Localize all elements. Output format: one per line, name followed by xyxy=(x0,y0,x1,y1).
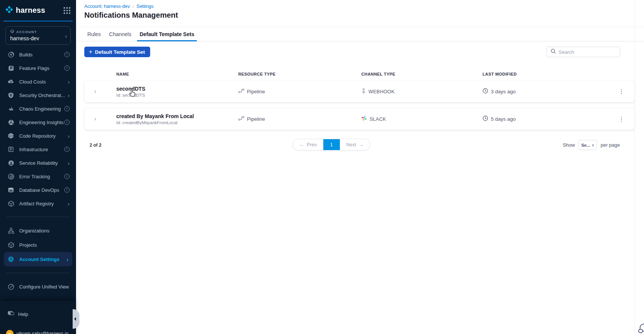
sidebar-item-feature-flags[interactable]: Feature Flags xyxy=(0,61,76,75)
sidebar-collapse-handle[interactable] xyxy=(73,309,79,329)
sidebar-item-label: Projects xyxy=(19,242,37,248)
table-row[interactable]: created By Mayank From Local Id: created… xyxy=(84,108,635,130)
webhook-icon xyxy=(361,88,366,95)
account-scope-card[interactable]: ACCOUNT harness-dev xyxy=(5,26,71,45)
template-sets-table: NAME RESOURCE TYPE CHANNEL TYPE LAST MOD… xyxy=(76,65,644,130)
info-icon xyxy=(64,147,70,152)
account-label: ACCOUNT xyxy=(16,30,37,34)
sidebar-item-artifact-registry[interactable]: Artifact Registry xyxy=(0,197,76,210)
resource-type-value: Pipeline xyxy=(247,89,265,94)
search-input[interactable] xyxy=(559,49,616,55)
breadcrumb-settings-link[interactable]: Settings xyxy=(137,4,154,9)
new-default-template-set-button[interactable]: Default Template Set xyxy=(84,47,150,57)
user-email: vikram.sahu@harness.io xyxy=(17,331,69,334)
database-devops-icon xyxy=(8,187,14,193)
sidebar-item-builds[interactable]: Builds xyxy=(0,48,76,61)
page-size-select[interactable]: Se... xyxy=(579,140,597,150)
tab-rules[interactable]: Rules xyxy=(87,27,101,41)
app-grid-icon[interactable] xyxy=(64,7,70,14)
account-scope-icon xyxy=(10,29,14,34)
row-menu-kebab-icon[interactable] xyxy=(615,114,627,124)
next-page-button[interactable]: Next → xyxy=(340,139,370,150)
sidebar-accent-divider xyxy=(3,21,73,21)
service-reliability-icon xyxy=(8,159,14,166)
organizations-icon xyxy=(8,227,14,234)
template-set-id: Id: secondDTS xyxy=(116,93,238,97)
sidebar-item-error-tracking[interactable]: Error Tracking xyxy=(0,170,76,183)
sidebar-divider xyxy=(6,217,70,217)
sidebar-item-label: Database DevOps xyxy=(19,187,59,193)
sidebar-item-label: Organizations xyxy=(19,228,49,234)
infrastructure-icon xyxy=(8,146,14,153)
sidebar-item-label: Account Settings xyxy=(19,257,59,262)
sidebar-item-code-repository[interactable]: </> Code Repository xyxy=(0,129,76,143)
main-content: Account: harness-dev Settings Notificati… xyxy=(76,0,644,334)
sidebar-item-engineering-insights[interactable]: Engineering Insights xyxy=(0,115,76,129)
prev-page-button[interactable]: ← Prev xyxy=(293,139,323,150)
pagination-zone: 2 of 2 ← Prev 1 Next → Show Se... per pa… xyxy=(76,135,644,162)
last-modified-value: 5 days ago xyxy=(491,116,516,122)
sidebar-item-projects[interactable]: Projects xyxy=(0,238,76,252)
general-nav: Organizations Projects Account Settings xyxy=(0,223,76,266)
info-icon xyxy=(64,106,70,111)
info-icon xyxy=(64,120,70,125)
help-button[interactable]: ? Help xyxy=(0,301,76,318)
sidebar-item-database-devops[interactable]: Database DevOps xyxy=(0,183,76,197)
sidebar-item-label: Artifact Registry xyxy=(19,201,54,206)
sidebar-item-label: Service Reliability xyxy=(19,160,58,166)
account-name: harness-dev xyxy=(10,35,61,41)
row-menu-kebab-icon[interactable] xyxy=(615,87,627,97)
chevron-right-icon xyxy=(67,257,69,262)
feature-flags-icon xyxy=(8,65,14,71)
sidebar-item-infrastructure[interactable]: Infrastructure xyxy=(0,143,76,156)
sidebar-item-service-reliability[interactable]: Service Reliability xyxy=(0,156,76,170)
projects-icon xyxy=(8,241,14,248)
security-orchestration-icon xyxy=(8,92,14,99)
pipeline-icon xyxy=(238,116,244,122)
code-repository-icon: </> xyxy=(8,132,14,139)
sidebar-item-label: Code Repository xyxy=(19,133,56,139)
page-number-1[interactable]: 1 xyxy=(323,139,340,150)
channel-type-value: SLACK xyxy=(370,116,386,122)
sidebar-item-configure-unified-view[interactable]: Configure Unified View xyxy=(0,279,76,294)
expand-row-chevron-icon[interactable] xyxy=(84,115,116,123)
breadcrumb-account-link[interactable]: Account: harness-dev xyxy=(84,4,130,9)
sidebar-item-label: Feature Flags xyxy=(19,65,49,71)
sidebar-item-label: Error Tracking xyxy=(19,174,50,179)
pager: ← Prev 1 Next → xyxy=(292,139,370,150)
chevron-right-icon xyxy=(68,160,70,166)
clock-icon xyxy=(483,88,488,95)
chevron-right-icon xyxy=(68,79,70,85)
page-title: Notifications Management xyxy=(76,9,644,27)
tab-default-template-sets[interactable]: Default Template Sets xyxy=(140,27,194,41)
sidebar-item-label: Builds xyxy=(19,52,32,58)
page-summary: 2 of 2 xyxy=(90,143,101,148)
sidebar-item-cloud-costs[interactable]: $ Cloud Costs xyxy=(0,75,76,88)
column-header-last-modified: LAST MODIFIED xyxy=(483,72,608,76)
clock-icon xyxy=(483,115,488,122)
pipeline-icon xyxy=(238,88,244,94)
sidebar-item-security-orchestration[interactable]: Security Orchestrat... xyxy=(0,88,76,102)
help-icon: ? xyxy=(8,311,14,318)
expand-row-chevron-icon[interactable] xyxy=(84,88,116,95)
sidebar-item-organizations[interactable]: Organizations xyxy=(0,223,76,238)
info-icon xyxy=(64,52,70,57)
chevron-right-icon xyxy=(68,93,70,98)
support-chat-icon[interactable] xyxy=(636,323,644,334)
sidebar-item-chaos-engineering[interactable]: Chaos Engineering xyxy=(0,102,76,115)
sidebar-item-label: Infrastructure xyxy=(19,147,48,152)
column-header-name: NAME xyxy=(116,72,238,76)
table-row[interactable]: secondDTS Id: secondDTS Pipeline WEBHOOK… xyxy=(84,80,635,102)
template-set-name: secondDTS xyxy=(116,86,238,92)
cloud-costs-icon: $ xyxy=(8,78,14,85)
info-icon xyxy=(64,187,70,193)
sidebar-item-account-settings[interactable]: Account Settings xyxy=(4,252,72,266)
column-header-channel-type: CHANNEL TYPE xyxy=(361,72,483,76)
account-chevron-icon xyxy=(65,33,67,38)
search-icon xyxy=(551,49,556,55)
per-page-label: per page xyxy=(601,142,620,148)
resource-type-value: Pipeline xyxy=(247,116,265,122)
slack-icon xyxy=(361,115,367,122)
tab-channels[interactable]: Channels xyxy=(109,27,131,41)
user-profile[interactable]: v vikram.sahu@harness.io xyxy=(6,330,69,334)
